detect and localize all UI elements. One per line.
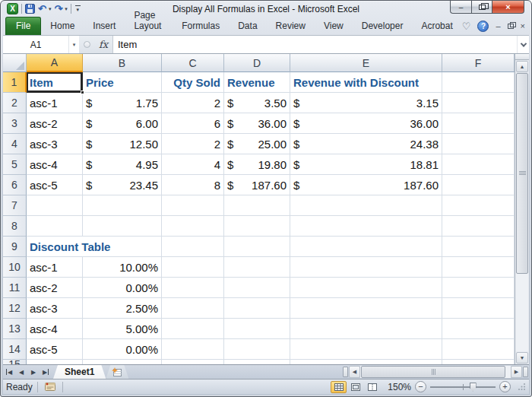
column-header-C[interactable]: C <box>162 54 224 72</box>
cell-A2[interactable]: asc-1 <box>27 93 83 113</box>
column-header-D[interactable]: D <box>224 54 290 72</box>
zoom-slider[interactable] <box>430 382 496 392</box>
cell-C5[interactable]: 4 <box>162 154 224 175</box>
zoom-slider-thumb[interactable] <box>470 383 477 392</box>
horizontal-scroll-thumb[interactable] <box>361 366 505 378</box>
scroll-left-button[interactable]: ◀ <box>349 366 360 378</box>
cell-C12[interactable] <box>162 298 224 319</box>
cell-A1-selected[interactable]: Item <box>27 72 83 93</box>
normal-view-button[interactable] <box>331 381 347 393</box>
first-sheet-button[interactable]: ◀ <box>3 365 15 379</box>
cell-A4[interactable]: asc-3 <box>27 134 83 154</box>
insert-worksheet-button[interactable] <box>106 365 128 379</box>
cell-D6[interactable]: $187.60 <box>224 175 290 195</box>
cell-B8[interactable] <box>83 216 162 237</box>
row-header-13[interactable]: 13 <box>3 319 27 339</box>
cell-E13[interactable] <box>290 319 442 339</box>
cell-F13[interactable] <box>442 319 515 339</box>
zoom-out-button[interactable]: − <box>415 381 426 392</box>
cell-F6[interactable] <box>442 175 515 195</box>
cell-F10[interactable] <box>442 257 515 278</box>
cell-A13[interactable]: asc-4 <box>27 319 83 339</box>
minimize-button[interactable]: – <box>450 1 471 14</box>
row-header-14[interactable]: 14 <box>3 339 27 360</box>
cell-B6[interactable]: $23.45 <box>83 175 162 195</box>
column-header-F[interactable]: F <box>442 54 515 72</box>
cell-F2[interactable] <box>442 93 515 113</box>
restore-window-icon[interactable] <box>508 24 514 29</box>
cell-D12[interactable] <box>224 298 290 319</box>
redo-icon[interactable]: ↷ <box>54 4 62 14</box>
minimize-ribbon-button[interactable]: – <box>496 22 500 30</box>
sheet-tab-sheet1[interactable]: Sheet1 <box>53 365 106 379</box>
cell-C11[interactable] <box>162 278 224 298</box>
cell-B4[interactable]: $12.50 <box>83 134 162 154</box>
cell-D9[interactable] <box>224 237 290 257</box>
scroll-down-button[interactable]: ▼ <box>516 352 528 364</box>
cell-F12[interactable] <box>442 298 515 319</box>
cell-D8[interactable] <box>224 216 290 237</box>
cell-F3[interactable] <box>442 113 515 134</box>
name-box-dropdown[interactable]: ▾ <box>68 36 79 53</box>
scroll-right-button[interactable]: ▶ <box>511 366 522 378</box>
cell-E3[interactable]: $36.00 <box>290 113 442 134</box>
cell-C7[interactable] <box>162 195 224 216</box>
undo-dropdown-caret[interactable]: ▾ <box>49 6 52 12</box>
tab-view[interactable]: View <box>315 17 353 35</box>
cell-C9[interactable] <box>162 237 224 257</box>
last-sheet-button[interactable]: ▶ <box>40 365 52 379</box>
cell-A3[interactable]: asc-2 <box>27 113 83 134</box>
redo-dropdown-caret[interactable]: ▾ <box>65 6 68 12</box>
cell-C4[interactable]: 2 <box>162 134 224 154</box>
cell-B10[interactable]: 10.00% <box>83 257 162 278</box>
vertical-scroll-track[interactable] <box>516 73 528 351</box>
cell-E2[interactable]: $3.15 <box>290 93 442 113</box>
cell-A10[interactable]: asc-1 <box>27 257 83 278</box>
row-header-3[interactable]: 3 <box>3 113 27 134</box>
tab-acrobat[interactable]: Acrobat <box>412 17 461 35</box>
next-sheet-button[interactable]: ▶ <box>27 365 40 379</box>
scroll-up-button[interactable]: ▲ <box>516 61 528 72</box>
cell-A6[interactable]: asc-5 <box>27 175 83 195</box>
cell-A14[interactable]: asc-5 <box>27 339 83 360</box>
cell-C3[interactable]: 6 <box>162 113 224 134</box>
cell-E10[interactable] <box>290 257 442 278</box>
cell-C6[interactable]: 8 <box>162 175 224 195</box>
row-header-4[interactable]: 4 <box>3 134 27 154</box>
save-icon[interactable] <box>25 4 35 14</box>
cell-F1[interactable] <box>442 72 515 93</box>
vertical-scroll-thumb[interactable] <box>516 73 528 274</box>
cell-E9[interactable] <box>290 237 442 257</box>
row-header-8[interactable]: 8 <box>3 216 27 237</box>
cell-D13[interactable] <box>224 319 290 339</box>
cell-E7[interactable] <box>290 195 442 216</box>
cell-B12[interactable]: 2.50% <box>83 298 162 319</box>
split-handle[interactable] <box>515 54 529 60</box>
heart-icon[interactable]: ♡ <box>462 22 471 31</box>
tab-review[interactable]: Review <box>267 17 315 35</box>
row-header-10[interactable]: 10 <box>3 257 27 278</box>
expand-formula-bar-button[interactable] <box>517 36 529 53</box>
cell-F5[interactable] <box>442 154 515 175</box>
tab-developer[interactable]: Developer <box>353 17 413 35</box>
macro-record-button[interactable] <box>43 381 58 393</box>
cell-B1[interactable]: Price <box>83 72 162 93</box>
cell-D3[interactable]: $36.00 <box>224 113 290 134</box>
cell-C8[interactable] <box>162 216 224 237</box>
cell-E14[interactable] <box>290 339 442 360</box>
cell-F4[interactable] <box>442 134 515 154</box>
cell-B11[interactable]: 0.00% <box>83 278 162 298</box>
tab-formulas[interactable]: Formulas <box>173 17 229 35</box>
cell-D1[interactable]: Revenue <box>224 72 290 93</box>
resize-grip-icon[interactable] <box>518 383 526 391</box>
formula-bar-splitter[interactable] <box>79 36 94 53</box>
cell-B14[interactable]: 0.00% <box>83 339 162 360</box>
cell-B3[interactable]: $6.00 <box>83 113 162 134</box>
fill-handle[interactable] <box>81 91 84 94</box>
formula-bar-input[interactable]: Item <box>112 36 517 53</box>
row-header-11[interactable]: 11 <box>3 278 27 298</box>
help-button[interactable]: ? <box>477 21 489 32</box>
customize-qat-button[interactable]: ▾ <box>74 5 82 13</box>
select-all-button[interactable] <box>3 54 27 72</box>
cell-F9[interactable] <box>442 237 515 257</box>
